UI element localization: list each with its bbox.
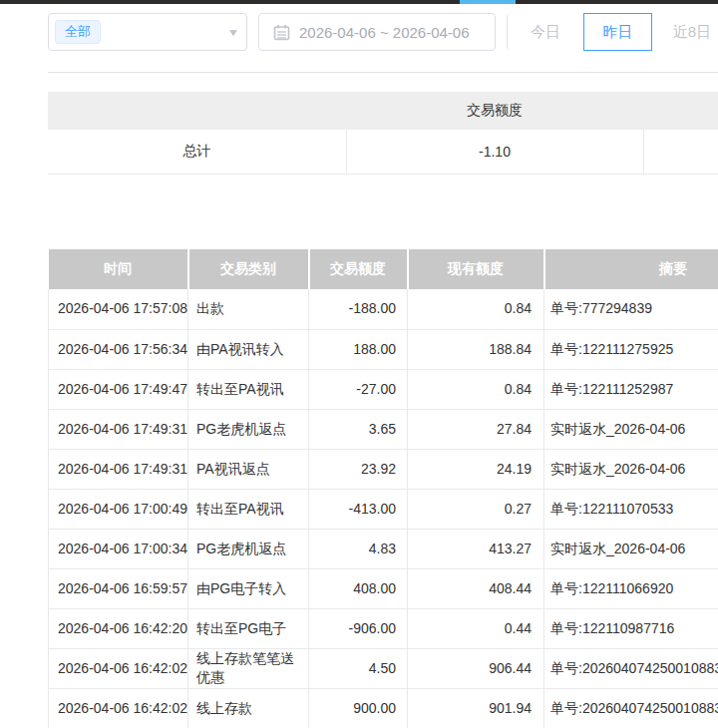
page: 全部 ▼ 2026-04-06 ~ 2026-04-06 今日 昨日 近8日	[0, 0, 718, 728]
table-row: 2026-04-06 16:42:02线上存款900.00901.94单号:20…	[49, 688, 718, 728]
table-cell: 408.44	[408, 568, 544, 608]
table-cell: 转出至PA视讯	[188, 369, 309, 409]
table-cell: PG老虎机返点	[188, 529, 309, 568]
table-cell: PA视讯返点	[188, 449, 309, 489]
column-header-summary: 摘要	[544, 249, 718, 289]
top-progress-bar	[0, 0, 718, 4]
table-cell: 单号:122111275925	[544, 329, 718, 369]
transactions-header-row: 时间 交易类别 交易额度 现有额度 摘要	[49, 249, 718, 289]
table-cell: PG老虎机返点	[188, 409, 309, 449]
table-cell: 单号:202604074250010883	[544, 688, 718, 728]
table-cell: 408.00	[309, 568, 408, 608]
calendar-icon	[273, 24, 290, 41]
transactions-table: 时间 交易类别 交易额度 现有额度 摘要 2026-04-06 17:57:08…	[48, 249, 718, 728]
chevron-down-icon: ▼	[227, 27, 240, 38]
table-cell: 4.50	[309, 648, 408, 688]
table-row: 2026-04-06 17:49:31PA视讯返点23.9224.19实时返水_…	[49, 449, 718, 489]
table-row: 2026-04-06 17:00:34PG老虎机返点4.83413.27实时返水…	[49, 529, 718, 568]
table-cell: 2026-04-06 17:56:34	[49, 329, 188, 369]
quick-filter-last8days[interactable]: 近8日	[652, 13, 718, 51]
table-cell: 0.84	[408, 289, 544, 329]
quick-filter-group: 今日 昨日 近8日	[507, 13, 718, 51]
progress-indicator	[460, 0, 516, 4]
table-cell: 转出至PA视讯	[188, 489, 309, 529]
column-header-amount: 交易额度	[309, 249, 408, 289]
table-cell: 2026-04-06 17:49:31	[49, 409, 188, 449]
table-cell: 906.44	[408, 648, 544, 688]
table-cell: 实时返水_2026-04-06	[544, 449, 718, 489]
table-cell: 2026-04-06 16:42:20	[49, 608, 188, 648]
table-cell: 实时返水_2026-04-06	[544, 409, 718, 449]
table-cell: 线上存款笔笔送优惠	[188, 648, 309, 688]
table-cell: 由PG电子转入	[188, 568, 309, 608]
table-cell: 3.65	[309, 409, 408, 449]
summary-total-row: 总计 -1.10	[48, 130, 718, 174]
table-cell: 2026-04-06 17:00:49	[49, 489, 188, 529]
date-range-input[interactable]: 2026-04-06 ~ 2026-04-06	[258, 13, 496, 51]
table-cell: 901.94	[408, 688, 544, 728]
divider	[48, 72, 718, 73]
table-cell: 转出至PG电子	[188, 608, 309, 648]
table-row: 2026-04-06 17:00:49转出至PA视讯-413.000.27单号:…	[49, 489, 718, 529]
table-cell: 0.27	[408, 489, 544, 529]
table-cell: 24.19	[408, 449, 544, 489]
table-cell: 27.84	[408, 409, 544, 449]
table-cell: 单号:122111070533	[544, 489, 718, 529]
table-row: 2026-04-06 17:57:08出款-188.000.84单号:77729…	[49, 289, 718, 329]
table-cell: -906.00	[309, 608, 408, 648]
table-row: 2026-04-06 16:42:20转出至PG电子-906.000.44单号:…	[49, 608, 718, 648]
table-row: 2026-04-06 17:49:47转出至PA视讯-27.000.84单号:1…	[49, 369, 718, 409]
table-cell: 2026-04-06 17:57:08	[49, 289, 188, 329]
table-row: 2026-04-06 16:42:02线上存款笔笔送优惠4.50906.44单号…	[49, 648, 718, 688]
table-cell: 4.83	[309, 529, 408, 568]
table-cell: 出款	[188, 289, 309, 329]
table-cell: 单号:202604074250010883	[544, 648, 718, 688]
transactions-body: 2026-04-06 17:57:08出款-188.000.84单号:77729…	[49, 289, 718, 728]
summary-total-label: 总计	[48, 130, 346, 174]
table-row: 2026-04-06 17:56:34由PA视讯转入188.00188.84单号…	[49, 329, 718, 369]
column-header-time: 时间	[49, 249, 188, 289]
column-header-type: 交易类别	[188, 249, 309, 289]
table-cell: 2026-04-06 16:42:02	[49, 688, 188, 728]
table-row: 2026-04-06 17:49:31PG老虎机返点3.6527.84实时返水_…	[49, 409, 718, 449]
table-cell: 单号:122111252987	[544, 369, 718, 409]
table-cell: 2026-04-06 17:49:31	[49, 449, 188, 489]
table-cell: 413.27	[408, 529, 544, 568]
column-header-balance: 现有额度	[408, 249, 544, 289]
table-cell: 单号:122111066920	[544, 568, 718, 608]
table-cell: -413.00	[309, 489, 408, 529]
table-cell: -188.00	[309, 289, 408, 329]
summary-total-empty	[643, 130, 718, 174]
summary-header-empty2	[643, 92, 718, 130]
summary-header-row: 交易额度	[48, 92, 718, 130]
summary-table: 交易额度 总计 -1.10	[48, 92, 718, 175]
table-cell: 实时返水_2026-04-06	[544, 529, 718, 568]
table-cell: 23.92	[309, 449, 408, 489]
table-cell: 线上存款	[188, 688, 309, 728]
table-cell: 2026-04-06 17:49:47	[49, 369, 188, 409]
summary-header-empty	[48, 92, 346, 130]
table-row: 2026-04-06 16:59:57由PG电子转入408.00408.44单号…	[49, 568, 718, 608]
table-cell: -27.00	[309, 369, 408, 409]
quick-filter-today[interactable]: 今日	[508, 13, 583, 51]
table-cell: 2026-04-06 16:42:02	[49, 648, 188, 688]
table-cell: 900.00	[309, 688, 408, 728]
table-cell: 2026-04-06 16:59:57	[49, 568, 188, 608]
table-cell: 单号:122110987716	[544, 608, 718, 648]
category-select[interactable]: 全部 ▼	[48, 13, 247, 51]
selected-category-tag[interactable]: 全部	[55, 20, 101, 44]
table-cell: 0.84	[408, 369, 544, 409]
summary-total-value: -1.10	[346, 130, 643, 174]
table-cell: 由PA视讯转入	[188, 329, 309, 369]
table-cell: 188.84	[408, 329, 544, 369]
quick-filter-yesterday[interactable]: 昨日	[583, 13, 652, 51]
table-cell: 188.00	[309, 329, 408, 369]
table-cell: 单号:777294839	[544, 289, 718, 329]
date-range-value: 2026-04-06 ~ 2026-04-06	[299, 24, 470, 41]
table-cell: 0.44	[408, 608, 544, 648]
filter-bar: 全部 ▼ 2026-04-06 ~ 2026-04-06 今日 昨日 近8日	[48, 13, 718, 51]
table-cell: 2026-04-06 17:00:34	[49, 529, 188, 568]
summary-header-amount: 交易额度	[346, 92, 643, 130]
